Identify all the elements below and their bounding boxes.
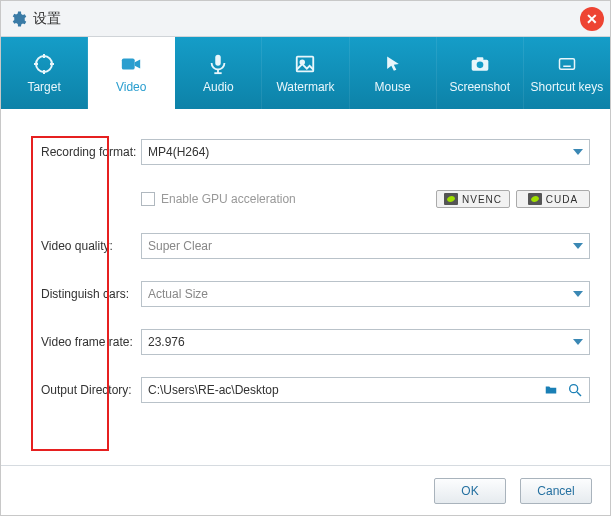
select-value: Actual Size — [148, 287, 208, 301]
output-directory-field: C:\Users\RE-ac\Desktop — [141, 377, 590, 403]
badge-text: NVENC — [462, 194, 502, 205]
tab-label: Watermark — [276, 80, 334, 94]
label-video-quality: Video quality: — [21, 239, 141, 253]
label-output-dir: Output Directory: — [21, 383, 141, 397]
video-icon — [117, 52, 145, 76]
checkbox-gpu[interactable] — [141, 192, 155, 206]
select-value: 23.976 — [148, 335, 185, 349]
tab-video[interactable]: Video — [88, 37, 175, 109]
ok-button[interactable]: OK — [434, 478, 506, 504]
svg-rect-6 — [216, 55, 222, 66]
close-icon: ✕ — [586, 11, 598, 27]
button-label: OK — [461, 484, 478, 498]
video-settings-panel: Recording format: MP4(H264) Enable GPU a… — [1, 109, 610, 465]
chevron-down-icon — [573, 339, 583, 345]
tab-label: Mouse — [375, 80, 411, 94]
label-recording-format: Recording format: — [21, 145, 141, 159]
open-folder-button[interactable] — [565, 381, 585, 399]
svg-point-0 — [36, 56, 52, 72]
select-video-quality[interactable]: Super Clear — [141, 233, 590, 259]
gear-icon — [9, 10, 27, 28]
title-bar: 设置 ✕ — [1, 1, 610, 37]
badge-cuda: CUDA — [516, 190, 590, 208]
tab-bar: Target Video Audio Watermark Mouse — [1, 37, 610, 109]
badge-nvenc: NVENC — [436, 190, 510, 208]
svg-point-20 — [570, 385, 578, 393]
chevron-down-icon — [573, 291, 583, 297]
svg-rect-14 — [559, 59, 574, 70]
nvidia-icon — [444, 193, 458, 205]
camera-icon — [466, 52, 494, 76]
gpu-acceleration-option[interactable]: Enable GPU acceleration — [141, 192, 296, 206]
gpu-label: Enable GPU acceleration — [161, 192, 296, 206]
close-button[interactable]: ✕ — [580, 7, 604, 31]
select-recording-format[interactable]: MP4(H264) — [141, 139, 590, 165]
image-icon — [291, 52, 319, 76]
button-label: Cancel — [537, 484, 574, 498]
tab-label: Audio — [203, 80, 234, 94]
tab-target[interactable]: Target — [1, 37, 88, 109]
label-frame-rate: Video frame rate: — [21, 335, 141, 349]
badge-text: CUDA — [546, 194, 578, 205]
tab-label: Target — [27, 80, 60, 94]
tab-label: Video — [116, 80, 146, 94]
dialog-footer: OK Cancel — [1, 465, 610, 515]
keyboard-icon — [553, 52, 581, 76]
select-frame-rate[interactable]: 23.976 — [141, 329, 590, 355]
settings-window: 设置 ✕ Target Video Audio — [0, 0, 611, 516]
chevron-down-icon — [573, 149, 583, 155]
tab-watermark[interactable]: Watermark — [262, 37, 349, 109]
svg-rect-13 — [476, 57, 483, 60]
gpu-badges: NVENC CUDA — [436, 190, 590, 208]
select-value: Super Clear — [148, 239, 212, 253]
tab-label: Shortcut keys — [531, 80, 604, 94]
target-icon — [30, 52, 58, 76]
browse-folder-button[interactable] — [541, 381, 561, 399]
tab-label: Screenshot — [449, 80, 510, 94]
tab-mouse[interactable]: Mouse — [350, 37, 437, 109]
nvidia-icon — [528, 193, 542, 205]
output-dir-text: C:\Users\RE-ac\Desktop — [148, 383, 537, 397]
tab-screenshot[interactable]: Screenshot — [437, 37, 524, 109]
mic-icon — [204, 52, 232, 76]
svg-rect-9 — [297, 57, 314, 72]
select-value: MP4(H264) — [148, 145, 209, 159]
window-title: 设置 — [33, 10, 61, 28]
svg-point-12 — [476, 62, 483, 69]
svg-rect-5 — [122, 59, 135, 70]
tab-audio[interactable]: Audio — [175, 37, 262, 109]
label-distinguish: Distinguish cars: — [21, 287, 141, 301]
svg-line-21 — [577, 392, 581, 396]
cursor-icon — [379, 52, 407, 76]
tab-shortcut[interactable]: Shortcut keys — [524, 37, 610, 109]
select-distinguish[interactable]: Actual Size — [141, 281, 590, 307]
chevron-down-icon — [573, 243, 583, 249]
cancel-button[interactable]: Cancel — [520, 478, 592, 504]
